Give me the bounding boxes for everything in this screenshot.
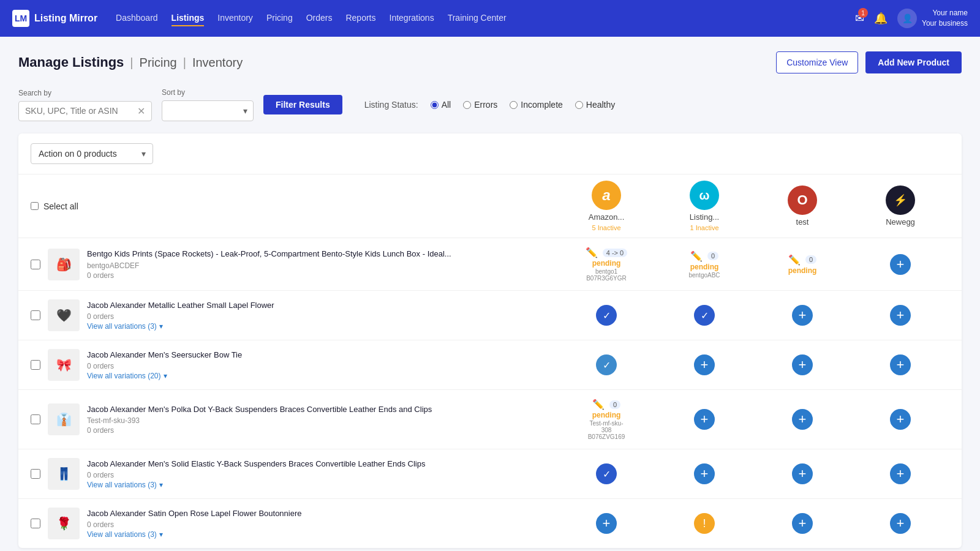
channel-cell: + (753, 354, 851, 375)
channel-avatar[interactable]: ⚡ (886, 186, 915, 215)
messages-icon[interactable]: ✉ 1 (855, 12, 864, 25)
action-select[interactable]: Action on 0 products (31, 143, 153, 164)
nav-link-training-center[interactable]: Training Center (448, 10, 507, 26)
sort-wrap (162, 100, 254, 121)
channel-avatar[interactable]: O (788, 186, 817, 215)
channels-header: Select all a Amazon... 5 Inactive ω List… (18, 174, 962, 238)
sort-group: Sort by (162, 88, 254, 121)
edit-icon[interactable]: ✏️ (690, 250, 703, 262)
channel-cell: ✓ (557, 463, 655, 484)
product-info: 👔 Jacob Alexander Men's Polka Dot Y-Back… (31, 403, 557, 435)
channel-avatar[interactable]: ω (690, 181, 719, 210)
status-incomplete[interactable]: Incomplete (510, 100, 562, 110)
product-sku: Test-mf-sku-393 (87, 416, 432, 425)
add-listing-button[interactable]: + (596, 513, 617, 534)
notifications-icon[interactable]: 🔔 (874, 12, 888, 25)
nav-link-integrations[interactable]: Integrations (390, 10, 434, 26)
channel-avatar[interactable]: a (592, 181, 621, 210)
status-healthy[interactable]: Healthy (575, 100, 615, 110)
product-checkbox[interactable] (31, 519, 40, 528)
product-title: Bentgo Kids Prints (Space Rockets) - Lea… (87, 249, 451, 260)
edit-icon[interactable]: ✏️ (586, 247, 598, 258)
product-row: 🎀 Jacob Alexander Men's Seersucker Bow T… (18, 340, 962, 390)
clear-search-icon[interactable]: ✕ (137, 105, 145, 117)
product-row: 👖 Jacob Alexander Men's Solid Elastic Y-… (18, 449, 962, 499)
add-listing-button[interactable]: + (792, 409, 813, 430)
channel-cell: + (851, 513, 949, 534)
pricing-link[interactable]: Pricing (140, 56, 177, 70)
warning-icon[interactable]: ! (694, 513, 715, 534)
add-listing-button[interactable]: + (890, 305, 911, 326)
edit-icon[interactable]: ✏️ (592, 399, 605, 410)
check-icon[interactable]: ✓ (596, 463, 617, 484)
product-checkbox[interactable] (31, 469, 40, 479)
add-listing-button[interactable]: + (792, 305, 813, 326)
channel-cell: ✓ (557, 354, 655, 375)
status-all[interactable]: All (431, 100, 451, 110)
pending-sku: Test-mf-sku- 308 B076ZVG169 (588, 420, 625, 440)
check-icon[interactable]: ✓ (596, 305, 617, 326)
product-checkbox[interactable] (31, 310, 40, 320)
product-sku: bentgoABCDEF (87, 261, 451, 270)
add-listing-button[interactable]: + (890, 409, 911, 430)
pending-label: pending (592, 411, 621, 419)
pending-count: 0 (805, 255, 816, 264)
channel-cell: ! (655, 513, 753, 534)
add-listing-button[interactable]: + (890, 354, 911, 375)
nav-link-orders[interactable]: Orders (306, 10, 333, 26)
nav-link-pricing[interactable]: Pricing (266, 10, 293, 26)
sort-select[interactable] (162, 100, 254, 121)
nav-links: DashboardListingsInventoryPricingOrdersR… (116, 10, 837, 26)
product-info: 🌹 Jacob Alexander Satin Open Rose Lapel … (31, 508, 557, 539)
user-name: Your name (922, 8, 968, 18)
nav-link-reports[interactable]: Reports (345, 10, 375, 26)
filters-row: Search by ✕ Sort by Filter Results Listi… (18, 88, 962, 121)
edit-icon[interactable]: ✏️ (788, 254, 801, 266)
products-container: 🎒 Bentgo Kids Prints (Space Rockets) - L… (18, 238, 962, 548)
add-listing-button[interactable]: + (890, 513, 911, 534)
product-title: Jacob Alexander Men's Polka Dot Y-Back S… (87, 404, 432, 415)
add-listing-button[interactable]: + (890, 463, 911, 484)
check-icon[interactable]: ✓ (596, 354, 617, 375)
add-listing-button[interactable]: + (792, 354, 813, 375)
channel-cell: + (753, 463, 851, 484)
product-checkbox[interactable] (31, 260, 40, 269)
channel-cell: + (851, 409, 949, 430)
select-all-checkbox[interactable] (31, 202, 39, 210)
view-variations-link[interactable]: View all variations (20) ▾ (87, 372, 242, 380)
status-errors[interactable]: Errors (463, 100, 497, 110)
pending-count: 0 (609, 400, 620, 409)
user-menu[interactable]: 👤 Your name Your business (897, 8, 968, 29)
add-listing-button[interactable]: + (694, 409, 715, 430)
listing-status-label: Listing Status: (364, 100, 418, 110)
add-new-product-button[interactable]: Add New Product (865, 51, 962, 73)
nav-link-dashboard[interactable]: Dashboard (116, 10, 158, 26)
add-listing-button[interactable]: + (792, 463, 813, 484)
page-title: Manage Listings (18, 54, 124, 70)
product-checkbox[interactable] (31, 414, 40, 424)
add-listing-button[interactable]: + (890, 254, 911, 275)
inventory-link[interactable]: Inventory (192, 56, 243, 70)
separator-2: | (183, 56, 186, 70)
filter-results-button[interactable]: Filter Results (263, 95, 342, 114)
check-icon[interactable]: ✓ (694, 305, 715, 326)
add-listing-button[interactable]: + (694, 463, 715, 484)
channel-name: Newegg (886, 217, 915, 227)
customize-view-button[interactable]: Customize View (776, 51, 858, 73)
separator-1: | (130, 56, 133, 70)
pending-sku: bentgo1 B07R3G6YGR (586, 268, 627, 282)
nav-link-listings[interactable]: Listings (172, 10, 205, 26)
nav-link-inventory[interactable]: Inventory (217, 10, 253, 26)
add-listing-button[interactable]: + (694, 354, 715, 375)
view-variations-link[interactable]: View all variations (3) ▾ (87, 322, 274, 331)
product-checkbox[interactable] (31, 360, 40, 370)
view-variations-link[interactable]: View all variations (3) ▾ (87, 530, 302, 539)
action-bar: Action on 0 products (18, 133, 962, 174)
channel-cell: ✏️4 -> 0pendingbentgo1 B07R3G6YGR (557, 247, 655, 282)
pending-label: pending (788, 266, 817, 275)
view-variations-link[interactable]: View all variations (3) ▾ (87, 481, 425, 489)
product-row: 🎒 Bentgo Kids Prints (Space Rockets) - L… (18, 238, 962, 291)
add-listing-button[interactable]: + (792, 513, 813, 534)
product-image: 🌹 (48, 508, 80, 539)
search-input[interactable] (25, 106, 132, 116)
